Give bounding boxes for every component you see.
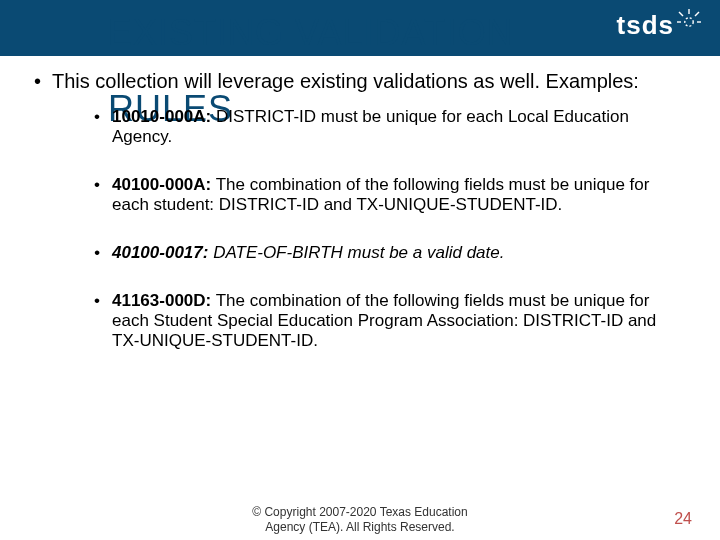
- rules-list: 10010-000A: DISTRICT-ID must be unique f…: [34, 93, 670, 351]
- logo-text: tsds: [617, 10, 674, 41]
- tsds-logo: tsds: [617, 10, 702, 41]
- page-number: 24: [674, 510, 692, 528]
- slide: EXISTING VALIDATION RULES tsds: [0, 0, 720, 540]
- svg-line-2: [679, 12, 683, 16]
- header-bar: EXISTING VALIDATION RULES tsds: [0, 0, 720, 56]
- rule-code: 40100-000A:: [112, 175, 211, 194]
- rule-item: 41163-000D: The combination of the follo…: [94, 291, 658, 351]
- rule-code: 40100-0017:: [112, 243, 208, 262]
- title-line1: EXISTING VALIDATION: [108, 12, 514, 53]
- copyright-line1: © Copyright 2007-2020 Texas Education: [0, 505, 720, 519]
- rule-item: 40100-0017: DATE-OF-BIRTH must be a vali…: [94, 243, 658, 263]
- rule-item: 10010-000A: DISTRICT-ID must be unique f…: [94, 107, 658, 147]
- svg-point-0: [685, 17, 693, 25]
- copyright-line2: Agency (TEA). All Rights Reserved.: [0, 520, 720, 534]
- rule-item: 40100-000A: The combination of the follo…: [94, 175, 658, 215]
- footer: © Copyright 2007-2020 Texas Education Ag…: [0, 505, 720, 534]
- rule-code: 41163-000D:: [112, 291, 211, 310]
- sun-icon: [676, 5, 702, 31]
- rule-text: DATE-OF-BIRTH must be a valid date.: [208, 243, 504, 262]
- rule-code: 10010-000A:: [112, 107, 211, 126]
- svg-line-3: [695, 12, 699, 16]
